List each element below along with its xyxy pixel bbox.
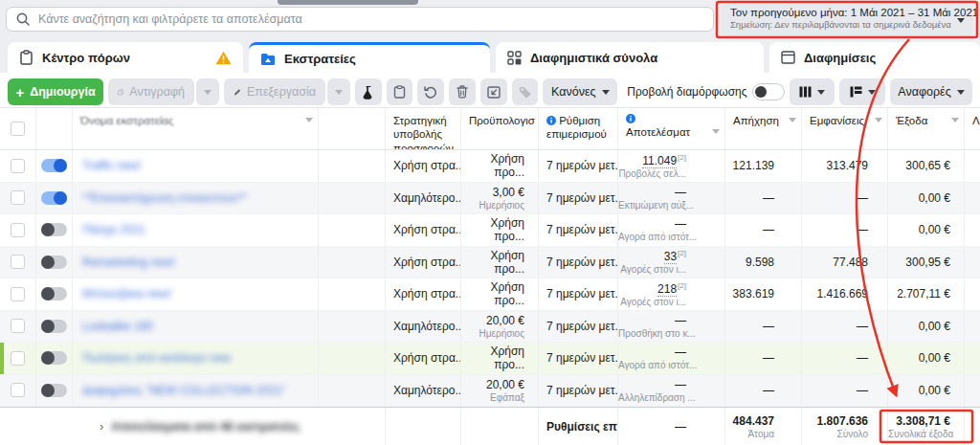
create-button[interactable]: + Δημιουργία <box>8 78 103 105</box>
flask-icon <box>362 85 375 100</box>
results-value[interactable]: 33 <box>664 250 677 264</box>
undo-button[interactable] <box>417 78 444 105</box>
tab-ads[interactable]: Διαφημίσεις <box>769 42 980 73</box>
breakdown-icon <box>850 86 862 98</box>
attribution-cell: 7 ημερών μετ... <box>539 278 618 310</box>
clipboard-button[interactable] <box>387 78 413 105</box>
column-header-budget[interactable]: Προϋπολογισ <box>461 108 539 149</box>
impressions-cell: 77.488 <box>802 247 888 278</box>
row-checkbox[interactable] <box>11 159 25 173</box>
row-checkbox[interactable] <box>11 255 25 269</box>
search-input[interactable]: Κάντε αναζήτηση και φιλτράρετε τα αποτελ… <box>6 7 714 32</box>
tab-label: Διαφημιστικά σύνολα <box>530 51 657 65</box>
breakdown-button[interactable] <box>839 78 885 105</box>
campaign-toggle[interactable] <box>41 191 67 205</box>
column-header-partial[interactable]: Λή <box>965 108 980 149</box>
campaign-name-link[interactable]: Πωλήσεις από κατάλογο new <box>80 351 318 365</box>
results-cell: — Αλληλεπίδραση ... <box>618 375 725 407</box>
column-header-name[interactable]: Όνομα εκστρατείας <box>73 108 319 149</box>
spend-cell: 0,00 € <box>888 311 965 343</box>
budget-cell: Χρήση προ... <box>461 343 539 374</box>
results-value[interactable]: — <box>675 378 686 391</box>
results-value[interactable]: 11.049 <box>642 154 677 168</box>
budget-cell: Χρήση προ... <box>461 150 539 182</box>
campaign-toggle[interactable] <box>41 384 67 397</box>
preview-button[interactable] <box>480 78 507 105</box>
date-range-selector[interactable]: Τον προηγούμενο μήνα: 1 Μάι 2021 – 31 Μά… <box>721 4 973 36</box>
chevron-down-icon <box>602 90 610 95</box>
campaign-name-link[interactable]: Lookalike 180 <box>80 320 318 333</box>
campaign-toggle[interactable] <box>41 159 67 172</box>
view-setup-toggle[interactable] <box>752 83 785 100</box>
results-value[interactable]: — <box>675 217 686 231</box>
select-all-checkbox[interactable] <box>11 122 25 136</box>
campaigns-table: Όνομα εκστρατείας Στρατηγική υποβολής πρ… <box>0 107 980 445</box>
column-header-results[interactable]: Αποτελέσματ <box>618 108 725 149</box>
column-header-blank <box>319 108 386 149</box>
columns-button[interactable] <box>790 78 835 105</box>
tab-label: Κέντρο πόρων <box>42 51 130 65</box>
bid-strategy-cell: Χαμηλότερο... <box>386 311 461 343</box>
campaign-toggle[interactable] <box>41 351 67 365</box>
campaign-name-link[interactable]: Μπλουζάκια new! <box>80 287 318 300</box>
campaign-toggle[interactable] <box>41 287 67 300</box>
campaign-toggle[interactable] <box>41 256 67 269</box>
campaign-name-link[interactable]: Traffic new! <box>80 159 318 172</box>
tab-label: Εκστρατείες <box>284 52 356 66</box>
table-row: Διαφημίσεις "NEW COLLECTION 2021" Χαμηλό… <box>0 375 980 408</box>
tag-icon <box>519 86 531 99</box>
tab-label: Διαφημίσεις <box>804 51 876 65</box>
tag-button[interactable] <box>512 78 539 105</box>
row-checkbox[interactable] <box>11 287 25 301</box>
results-value[interactable]: 218 <box>657 282 677 297</box>
row-checkbox[interactable] <box>11 319 25 333</box>
clipboard-icon <box>393 85 406 99</box>
campaign-toggle[interactable] <box>41 223 67 236</box>
impressions-cell: — <box>802 375 888 407</box>
tab-ad-sets[interactable]: Διαφημιστικά σύνολα <box>496 42 764 73</box>
row-checkbox[interactable] <box>11 383 25 397</box>
campaign-name-link[interactable]: **Επαναστόχευση επισκεπτών** <box>80 191 318 205</box>
reports-button[interactable]: Αναφορές <box>890 78 972 105</box>
bid-strategy-cell: Χαμηλότερο... <box>386 375 461 407</box>
results-cell: — Αγορά από ιστότ... <box>618 343 725 374</box>
campaign-name-link[interactable]: Πάσχα 2021 <box>80 223 318 236</box>
edit-dropdown-button[interactable] <box>327 78 350 105</box>
spend-cell: 0,00 € <box>888 214 965 246</box>
row-checkbox[interactable] <box>11 223 25 237</box>
totals-label[interactable]: Αποτελέσματα από 48 εκστρατείες <box>111 420 300 434</box>
attribution-cell: 7 ημερών μετ... <box>539 375 618 407</box>
tab-resource-center[interactable]: Κέντρο πόρων <box>8 42 243 73</box>
duplicate-dropdown-button[interactable] <box>196 78 219 105</box>
copy-icon <box>118 86 123 99</box>
chevron-down-icon <box>957 90 965 95</box>
results-value[interactable]: — <box>675 345 686 359</box>
column-header-reach[interactable]: Απήχηση <box>725 108 802 149</box>
toggle-knob <box>41 351 55 365</box>
delete-button[interactable] <box>449 78 476 105</box>
campaign-toggle[interactable] <box>41 320 67 333</box>
campaign-name-link[interactable]: Remarketing new! <box>80 256 318 269</box>
pencil-icon <box>234 86 241 99</box>
sort-icon <box>305 118 313 122</box>
duplicate-button[interactable]: Αντιγραφή <box>108 78 194 105</box>
bid-strategy-cell: Χρήση στρα... <box>386 214 461 246</box>
toggle-knob <box>54 159 67 172</box>
column-header-attribution[interactable]: Ρύθμιση επιμερισμού <box>539 108 618 149</box>
ab-test-button[interactable] <box>355 78 382 105</box>
rules-button[interactable]: Κανόνες <box>543 78 617 105</box>
row-checkbox[interactable] <box>11 351 25 366</box>
reach-cell: — <box>725 214 802 246</box>
sort-icon <box>789 118 796 122</box>
column-header-impressions[interactable]: Εμφανίσεις <box>802 108 888 149</box>
column-header-spend[interactable]: Έξοδα <box>888 108 965 149</box>
row-checkbox[interactable] <box>11 190 25 205</box>
chevron-right-icon: › <box>100 419 103 434</box>
budget-cell: 20,00 €Εφάπαξ <box>461 375 539 407</box>
tab-campaigns[interactable]: Εκστρατείες <box>249 42 490 73</box>
campaign-name-link[interactable]: Διαφημίσεις "NEW COLLECTION 2021" <box>80 384 318 397</box>
column-header-strategy[interactable]: Στρατηγική υποβολής προσφορών <box>386 108 461 149</box>
results-value[interactable]: — <box>675 186 686 199</box>
edit-button[interactable]: Επεξεργασία <box>224 78 325 105</box>
results-value[interactable]: — <box>675 314 686 327</box>
